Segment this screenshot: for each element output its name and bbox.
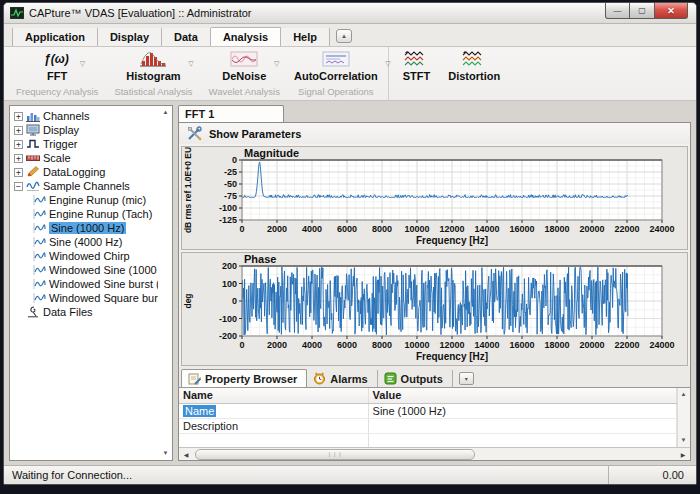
tab-overflow-button[interactable]: ▾ <box>459 372 474 385</box>
chart-title: Phase <box>244 253 276 265</box>
ribbon-group-statistical-analysis: Histogram▽Statistical Analysis <box>106 47 200 100</box>
tree-item-trigger[interactable]: +Trigger <box>14 137 158 151</box>
bottom-tab-alarms[interactable]: Alarms <box>307 370 377 387</box>
tree-item-engine-runup-mic[interactable]: Engine Runup (mic) <box>14 193 158 207</box>
signal-icon <box>32 250 46 262</box>
svg-text:20000: 20000 <box>579 224 604 234</box>
tree-item-channels[interactable]: +Channels <box>14 109 158 123</box>
tree-scroll-down-icon[interactable]: ▼ <box>160 448 171 459</box>
property-value-cell[interactable] <box>368 433 676 447</box>
dropdown-arrow-icon[interactable]: ▽ <box>188 60 193 68</box>
svg-text:6000: 6000 <box>337 340 357 350</box>
tree-item-windowed-sine-1000-hz[interactable]: Windowed Sine (1000 Hz) <box>14 263 158 277</box>
tree-item-windowed-sine-burst-1000-hz[interactable]: Windowed Sine burst (1000 Hz) <box>14 277 158 291</box>
selected-cell-highlight: Name <box>183 405 216 417</box>
menu-tab-display[interactable]: Display <box>98 28 162 46</box>
tree-item-data-files[interactable]: Data Files <box>14 305 158 319</box>
svg-text:4000: 4000 <box>302 224 322 234</box>
phase-chart: 2001000-100-2000200040006000800010000120… <box>181 252 688 366</box>
property-row-description[interactable]: Description <box>179 418 677 433</box>
table-scrollbar[interactable]: ▲ ▼ <box>677 388 690 447</box>
dropdown-arrow-icon[interactable]: ▽ <box>385 60 390 68</box>
tree-scroll-up-icon[interactable]: ▲ <box>160 107 171 118</box>
horizontal-scrollbar[interactable]: ◀ ❘❘❘ ▶ <box>179 447 690 460</box>
close-button[interactable]: ✕ <box>655 3 688 19</box>
svg-text:16000: 16000 <box>509 224 534 234</box>
property-name-cell[interactable] <box>179 433 368 447</box>
ribbon-button-distortion[interactable]: Distortion <box>444 51 504 82</box>
menu-tab-data[interactable]: Data <box>162 28 211 46</box>
expand-toggle-icon[interactable]: + <box>14 126 23 135</box>
tree-item-sine-1000-hz[interactable]: Sine (1000 Hz) <box>14 221 158 235</box>
tree-item-windowed-square-burst-1000-hz[interactable]: Windowed Square burst (1000 Hz) <box>14 291 158 305</box>
expand-toggle-icon[interactable]: + <box>14 168 23 177</box>
svg-text:-125: -125 <box>219 215 237 225</box>
expand-toggle-icon[interactable]: + <box>14 112 23 121</box>
table-scroll-down-icon[interactable]: ▼ <box>678 435 689 446</box>
hscroll-thumb[interactable]: ❘❘❘ <box>195 449 475 460</box>
property-row-name[interactable]: NameSine (1000 Hz) <box>179 403 677 418</box>
svg-text:24000: 24000 <box>649 224 674 234</box>
document-panel: FFT 1 Show Parameters 0-25-50-75-100-125… <box>178 105 691 461</box>
display-icon <box>26 124 40 136</box>
property-browser-icon <box>188 372 201 385</box>
tools-icon[interactable] <box>187 126 202 141</box>
property-name-cell[interactable]: Name <box>179 403 368 418</box>
svg-text:14000: 14000 <box>474 340 499 350</box>
waveform-icon <box>26 180 40 192</box>
ribbon-button-autocorrelation[interactable]: AutoCorrelation▽ <box>290 51 382 82</box>
parameters-toolbar: Show Parameters <box>179 123 690 144</box>
expand-toggle-icon[interactable]: + <box>14 154 23 163</box>
ribbon-collapse-button[interactable]: ▴ <box>336 29 352 43</box>
maximize-button[interactable]: ▢ <box>630 3 655 19</box>
ribbon-button-fft[interactable]: ƒ(ω)FFT▽ <box>38 51 76 82</box>
tree-item-sample-channels[interactable]: −Sample Channels <box>14 179 158 193</box>
property-row-empty[interactable] <box>179 433 677 447</box>
ribbon-group-label: Signal Operations <box>292 85 380 99</box>
tree-item-windowed-chirp[interactable]: Windowed Chirp <box>14 249 158 263</box>
phase-plot: 2001000-100-2000200040006000800010000120… <box>182 253 690 363</box>
status-message: Waiting for Connection... <box>4 469 608 481</box>
property-value-cell[interactable] <box>368 418 676 433</box>
svg-text:16000: 16000 <box>509 340 534 350</box>
hscroll-left-icon[interactable]: ◀ <box>179 451 193 458</box>
magnitude-plot: 0-25-50-75-100-1250200040006000800010000… <box>182 147 690 247</box>
bottom-tab-outputs[interactable]: Outputs <box>378 370 453 387</box>
show-parameters-button[interactable]: Show Parameters <box>209 128 301 140</box>
minimize-button[interactable]: — <box>605 3 630 19</box>
menu-tab-analysis[interactable]: Analysis <box>211 27 281 46</box>
tree-item-label: Sine (4000 Hz) <box>49 236 122 248</box>
ribbon-button-stft[interactable]: STFT <box>399 51 435 82</box>
hscroll-track[interactable]: ❘❘❘ <box>193 449 676 460</box>
tree-item-sine-4000-hz[interactable]: Sine (4000 Hz) <box>14 235 158 249</box>
bottom-tab-property-browser[interactable]: Property Browser <box>181 369 307 387</box>
tree-item-label: Engine Runup (Tach) <box>49 208 152 220</box>
app-icon <box>10 7 24 19</box>
expand-toggle-icon[interactable]: − <box>14 182 23 191</box>
expand-toggle-icon[interactable]: + <box>14 140 23 149</box>
doc-tab-fft-1[interactable]: FFT 1 <box>178 105 284 122</box>
menu-tab-application[interactable]: Application <box>12 28 98 46</box>
chart-title: Magnitude <box>244 147 299 159</box>
ribbon-button-denoise[interactable]: DeNoise▽ <box>218 51 270 82</box>
dropdown-arrow-icon[interactable]: ▽ <box>80 60 85 68</box>
svg-text:0: 0 <box>232 296 237 306</box>
property-value-cell[interactable]: Sine (1000 Hz) <box>368 403 676 418</box>
menu-tab-help[interactable]: Help <box>281 28 330 46</box>
tree-scrollbar[interactable]: ▲ ▼ <box>159 106 172 460</box>
tree-item-label: Windowed Sine (1000 Hz) <box>49 264 158 276</box>
property-name-cell[interactable]: Description <box>179 418 368 433</box>
tree-item-display[interactable]: +Display <box>14 123 158 137</box>
ribbon-button-histogram[interactable]: Histogram▽ <box>122 51 184 82</box>
tree-item-scale[interactable]: +Scale <box>14 151 158 165</box>
signal-icon <box>32 292 46 304</box>
autocorrelation-icon <box>322 51 350 69</box>
tree-item-datalogging[interactable]: +DataLogging <box>14 165 158 179</box>
dropdown-arrow-icon[interactable]: ▽ <box>274 60 279 68</box>
tree-item-engine-runup-tach[interactable]: Engine Runup (Tach) <box>14 207 158 221</box>
hscroll-right-icon[interactable]: ▶ <box>676 451 690 458</box>
denoise-icon <box>230 51 258 69</box>
ribbon-group-label: Wavelet Analysis <box>203 85 286 99</box>
table-scroll-up-icon[interactable]: ▲ <box>678 389 689 400</box>
channel-tree-panel: +Channels+Display+Trigger+Scale+DataLogg… <box>9 105 173 461</box>
